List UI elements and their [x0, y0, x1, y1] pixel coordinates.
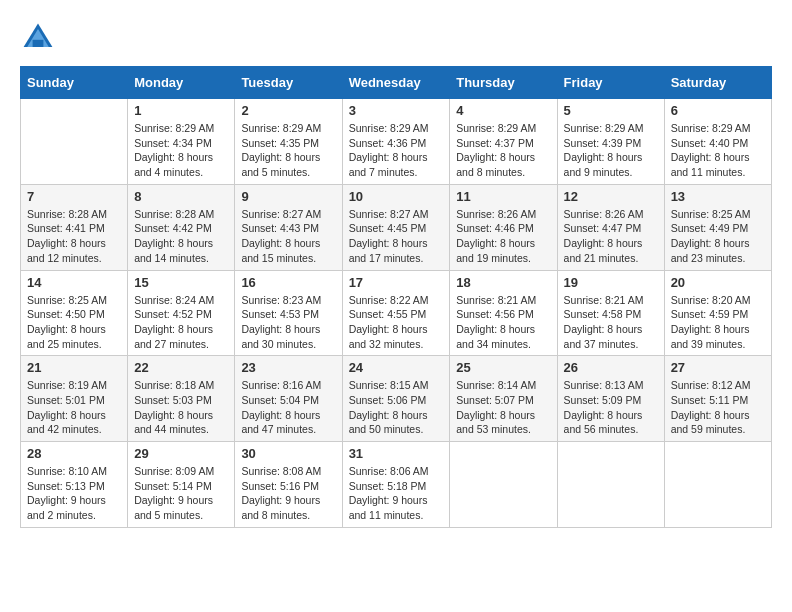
calendar-week-2: 7Sunrise: 8:28 AM Sunset: 4:41 PM Daylig…: [21, 184, 772, 270]
day-number: 31: [349, 446, 444, 461]
day-number: 7: [27, 189, 121, 204]
calendar-cell: [21, 99, 128, 185]
day-number: 26: [564, 360, 658, 375]
day-number: 30: [241, 446, 335, 461]
day-number: 24: [349, 360, 444, 375]
day-number: 23: [241, 360, 335, 375]
logo-icon: [20, 20, 56, 56]
day-number: 25: [456, 360, 550, 375]
day-number: 18: [456, 275, 550, 290]
calendar-week-3: 14Sunrise: 8:25 AM Sunset: 4:50 PM Dayli…: [21, 270, 772, 356]
calendar-cell: 9Sunrise: 8:27 AM Sunset: 4:43 PM Daylig…: [235, 184, 342, 270]
day-info: Sunrise: 8:23 AM Sunset: 4:53 PM Dayligh…: [241, 293, 335, 352]
calendar-cell: 22Sunrise: 8:18 AM Sunset: 5:03 PM Dayli…: [128, 356, 235, 442]
day-info: Sunrise: 8:29 AM Sunset: 4:37 PM Dayligh…: [456, 121, 550, 180]
calendar-cell: 3Sunrise: 8:29 AM Sunset: 4:36 PM Daylig…: [342, 99, 450, 185]
day-number: 9: [241, 189, 335, 204]
day-number: 5: [564, 103, 658, 118]
day-info: Sunrise: 8:29 AM Sunset: 4:36 PM Dayligh…: [349, 121, 444, 180]
calendar-cell: 2Sunrise: 8:29 AM Sunset: 4:35 PM Daylig…: [235, 99, 342, 185]
calendar-cell: 23Sunrise: 8:16 AM Sunset: 5:04 PM Dayli…: [235, 356, 342, 442]
calendar-cell: 27Sunrise: 8:12 AM Sunset: 5:11 PM Dayli…: [664, 356, 771, 442]
calendar-cell: 16Sunrise: 8:23 AM Sunset: 4:53 PM Dayli…: [235, 270, 342, 356]
column-header-saturday: Saturday: [664, 67, 771, 99]
day-number: 29: [134, 446, 228, 461]
day-number: 17: [349, 275, 444, 290]
day-info: Sunrise: 8:25 AM Sunset: 4:50 PM Dayligh…: [27, 293, 121, 352]
day-number: 22: [134, 360, 228, 375]
column-header-tuesday: Tuesday: [235, 67, 342, 99]
day-info: Sunrise: 8:18 AM Sunset: 5:03 PM Dayligh…: [134, 378, 228, 437]
day-info: Sunrise: 8:06 AM Sunset: 5:18 PM Dayligh…: [349, 464, 444, 523]
calendar-cell: 29Sunrise: 8:09 AM Sunset: 5:14 PM Dayli…: [128, 442, 235, 528]
column-header-wednesday: Wednesday: [342, 67, 450, 99]
day-number: 4: [456, 103, 550, 118]
calendar-cell: [557, 442, 664, 528]
day-info: Sunrise: 8:08 AM Sunset: 5:16 PM Dayligh…: [241, 464, 335, 523]
day-number: 19: [564, 275, 658, 290]
day-info: Sunrise: 8:19 AM Sunset: 5:01 PM Dayligh…: [27, 378, 121, 437]
day-number: 13: [671, 189, 765, 204]
column-header-monday: Monday: [128, 67, 235, 99]
calendar-cell: 11Sunrise: 8:26 AM Sunset: 4:46 PM Dayli…: [450, 184, 557, 270]
calendar-week-5: 28Sunrise: 8:10 AM Sunset: 5:13 PM Dayli…: [21, 442, 772, 528]
day-info: Sunrise: 8:29 AM Sunset: 4:34 PM Dayligh…: [134, 121, 228, 180]
day-info: Sunrise: 8:29 AM Sunset: 4:35 PM Dayligh…: [241, 121, 335, 180]
calendar-header-row: SundayMondayTuesdayWednesdayThursdayFrid…: [21, 67, 772, 99]
calendar-cell: 5Sunrise: 8:29 AM Sunset: 4:39 PM Daylig…: [557, 99, 664, 185]
calendar-cell: [450, 442, 557, 528]
calendar-cell: 8Sunrise: 8:28 AM Sunset: 4:42 PM Daylig…: [128, 184, 235, 270]
day-info: Sunrise: 8:29 AM Sunset: 4:40 PM Dayligh…: [671, 121, 765, 180]
calendar-week-1: 1Sunrise: 8:29 AM Sunset: 4:34 PM Daylig…: [21, 99, 772, 185]
calendar-cell: 24Sunrise: 8:15 AM Sunset: 5:06 PM Dayli…: [342, 356, 450, 442]
day-info: Sunrise: 8:28 AM Sunset: 4:41 PM Dayligh…: [27, 207, 121, 266]
day-number: 28: [27, 446, 121, 461]
day-number: 3: [349, 103, 444, 118]
calendar-cell: 14Sunrise: 8:25 AM Sunset: 4:50 PM Dayli…: [21, 270, 128, 356]
calendar-cell: 19Sunrise: 8:21 AM Sunset: 4:58 PM Dayli…: [557, 270, 664, 356]
day-info: Sunrise: 8:20 AM Sunset: 4:59 PM Dayligh…: [671, 293, 765, 352]
day-info: Sunrise: 8:10 AM Sunset: 5:13 PM Dayligh…: [27, 464, 121, 523]
calendar-cell: 31Sunrise: 8:06 AM Sunset: 5:18 PM Dayli…: [342, 442, 450, 528]
calendar-cell: 28Sunrise: 8:10 AM Sunset: 5:13 PM Dayli…: [21, 442, 128, 528]
day-number: 10: [349, 189, 444, 204]
calendar-cell: 21Sunrise: 8:19 AM Sunset: 5:01 PM Dayli…: [21, 356, 128, 442]
day-info: Sunrise: 8:16 AM Sunset: 5:04 PM Dayligh…: [241, 378, 335, 437]
column-header-sunday: Sunday: [21, 67, 128, 99]
day-info: Sunrise: 8:12 AM Sunset: 5:11 PM Dayligh…: [671, 378, 765, 437]
day-info: Sunrise: 8:09 AM Sunset: 5:14 PM Dayligh…: [134, 464, 228, 523]
calendar-cell: 13Sunrise: 8:25 AM Sunset: 4:49 PM Dayli…: [664, 184, 771, 270]
calendar-cell: 30Sunrise: 8:08 AM Sunset: 5:16 PM Dayli…: [235, 442, 342, 528]
calendar-cell: 4Sunrise: 8:29 AM Sunset: 4:37 PM Daylig…: [450, 99, 557, 185]
day-info: Sunrise: 8:27 AM Sunset: 4:43 PM Dayligh…: [241, 207, 335, 266]
calendar-cell: 12Sunrise: 8:26 AM Sunset: 4:47 PM Dayli…: [557, 184, 664, 270]
calendar-cell: 17Sunrise: 8:22 AM Sunset: 4:55 PM Dayli…: [342, 270, 450, 356]
calendar-cell: 6Sunrise: 8:29 AM Sunset: 4:40 PM Daylig…: [664, 99, 771, 185]
day-info: Sunrise: 8:26 AM Sunset: 4:47 PM Dayligh…: [564, 207, 658, 266]
day-number: 12: [564, 189, 658, 204]
day-number: 6: [671, 103, 765, 118]
day-number: 21: [27, 360, 121, 375]
calendar-cell: 15Sunrise: 8:24 AM Sunset: 4:52 PM Dayli…: [128, 270, 235, 356]
page-header: [20, 20, 772, 56]
day-number: 1: [134, 103, 228, 118]
day-info: Sunrise: 8:25 AM Sunset: 4:49 PM Dayligh…: [671, 207, 765, 266]
calendar-cell: 1Sunrise: 8:29 AM Sunset: 4:34 PM Daylig…: [128, 99, 235, 185]
calendar-cell: 10Sunrise: 8:27 AM Sunset: 4:45 PM Dayli…: [342, 184, 450, 270]
day-number: 11: [456, 189, 550, 204]
calendar-table: SundayMondayTuesdayWednesdayThursdayFrid…: [20, 66, 772, 528]
day-info: Sunrise: 8:21 AM Sunset: 4:56 PM Dayligh…: [456, 293, 550, 352]
day-info: Sunrise: 8:21 AM Sunset: 4:58 PM Dayligh…: [564, 293, 658, 352]
day-number: 8: [134, 189, 228, 204]
calendar-cell: 20Sunrise: 8:20 AM Sunset: 4:59 PM Dayli…: [664, 270, 771, 356]
day-info: Sunrise: 8:29 AM Sunset: 4:39 PM Dayligh…: [564, 121, 658, 180]
day-info: Sunrise: 8:26 AM Sunset: 4:46 PM Dayligh…: [456, 207, 550, 266]
day-info: Sunrise: 8:28 AM Sunset: 4:42 PM Dayligh…: [134, 207, 228, 266]
day-info: Sunrise: 8:22 AM Sunset: 4:55 PM Dayligh…: [349, 293, 444, 352]
day-number: 14: [27, 275, 121, 290]
logo: [20, 20, 60, 56]
day-info: Sunrise: 8:27 AM Sunset: 4:45 PM Dayligh…: [349, 207, 444, 266]
day-info: Sunrise: 8:15 AM Sunset: 5:06 PM Dayligh…: [349, 378, 444, 437]
calendar-cell: 25Sunrise: 8:14 AM Sunset: 5:07 PM Dayli…: [450, 356, 557, 442]
svg-rect-2: [33, 40, 44, 47]
